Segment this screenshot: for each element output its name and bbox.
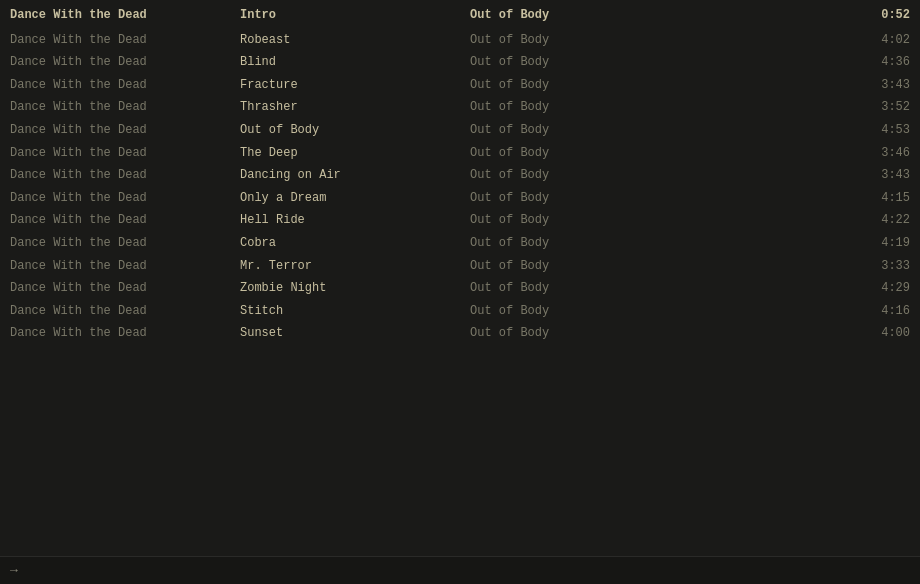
track-title: Mr. Terror	[240, 257, 470, 276]
track-album: Out of Body	[470, 166, 670, 185]
track-title: Fracture	[240, 76, 470, 95]
track-title: Hell Ride	[240, 211, 470, 230]
track-title: Stitch	[240, 302, 470, 321]
track-artist: Dance With the Dead	[10, 189, 240, 208]
track-album: Out of Body	[470, 31, 670, 50]
track-title: Cobra	[240, 234, 470, 253]
track-title: Out of Body	[240, 121, 470, 140]
track-row[interactable]: Dance With the DeadZombie NightOut of Bo…	[0, 277, 920, 300]
track-duration: 3:46	[670, 144, 910, 163]
track-artist: Dance With the Dead	[10, 121, 240, 140]
track-artist: Dance With the Dead	[10, 53, 240, 72]
track-row[interactable]: Dance With the DeadDancing on AirOut of …	[0, 164, 920, 187]
track-title: Dancing on Air	[240, 166, 470, 185]
track-title: Sunset	[240, 324, 470, 343]
track-row[interactable]: Dance With the DeadSunsetOut of Body4:00	[0, 322, 920, 345]
track-row[interactable]: Dance With the DeadFractureOut of Body3:…	[0, 74, 920, 97]
track-row[interactable]: Dance With the DeadBlindOut of Body4:36	[0, 51, 920, 74]
track-duration: 4:19	[670, 234, 910, 253]
track-duration: 4:29	[670, 279, 910, 298]
track-duration: 3:52	[670, 98, 910, 117]
track-duration: 4:16	[670, 302, 910, 321]
header-duration: 0:52	[670, 6, 910, 25]
track-title: Only a Dream	[240, 189, 470, 208]
arrow-icon: →	[10, 563, 18, 578]
track-album: Out of Body	[470, 76, 670, 95]
track-row[interactable]: Dance With the DeadCobraOut of Body4:19	[0, 232, 920, 255]
track-artist: Dance With the Dead	[10, 234, 240, 253]
track-title: Robeast	[240, 31, 470, 50]
track-duration: 3:43	[670, 166, 910, 185]
track-album: Out of Body	[470, 279, 670, 298]
track-artist: Dance With the Dead	[10, 166, 240, 185]
track-list: Dance With the Dead Intro Out of Body 0:…	[0, 0, 920, 349]
track-duration: 4:22	[670, 211, 910, 230]
track-duration: 4:02	[670, 31, 910, 50]
track-duration: 4:15	[670, 189, 910, 208]
track-duration: 4:36	[670, 53, 910, 72]
track-row[interactable]: Dance With the DeadHell RideOut of Body4…	[0, 209, 920, 232]
track-duration: 4:53	[670, 121, 910, 140]
track-artist: Dance With the Dead	[10, 324, 240, 343]
track-row[interactable]: Dance With the DeadStitchOut of Body4:16	[0, 300, 920, 323]
track-duration: 4:00	[670, 324, 910, 343]
track-album: Out of Body	[470, 121, 670, 140]
track-artist: Dance With the Dead	[10, 257, 240, 276]
track-artist: Dance With the Dead	[10, 211, 240, 230]
track-title: Blind	[240, 53, 470, 72]
track-album: Out of Body	[470, 98, 670, 117]
track-title: The Deep	[240, 144, 470, 163]
header-title: Intro	[240, 6, 470, 25]
track-album: Out of Body	[470, 234, 670, 253]
track-title: Thrasher	[240, 98, 470, 117]
track-artist: Dance With the Dead	[10, 98, 240, 117]
track-artist: Dance With the Dead	[10, 302, 240, 321]
track-album: Out of Body	[470, 211, 670, 230]
track-album: Out of Body	[470, 302, 670, 321]
track-row[interactable]: Dance With the DeadThrasherOut of Body3:…	[0, 96, 920, 119]
header-artist: Dance With the Dead	[10, 6, 240, 25]
track-header-row: Dance With the Dead Intro Out of Body 0:…	[0, 4, 920, 27]
track-album: Out of Body	[470, 53, 670, 72]
track-album: Out of Body	[470, 144, 670, 163]
bottom-bar: →	[0, 556, 920, 584]
track-row[interactable]: Dance With the DeadOut of BodyOut of Bod…	[0, 119, 920, 142]
track-duration: 3:33	[670, 257, 910, 276]
header-album: Out of Body	[470, 6, 670, 25]
track-artist: Dance With the Dead	[10, 76, 240, 95]
track-row[interactable]: Dance With the DeadRobeastOut of Body4:0…	[0, 29, 920, 52]
track-album: Out of Body	[470, 189, 670, 208]
track-album: Out of Body	[470, 324, 670, 343]
track-artist: Dance With the Dead	[10, 279, 240, 298]
track-row[interactable]: Dance With the DeadThe DeepOut of Body3:…	[0, 142, 920, 165]
track-row[interactable]: Dance With the DeadMr. TerrorOut of Body…	[0, 255, 920, 278]
track-duration: 3:43	[670, 76, 910, 95]
track-row[interactable]: Dance With the DeadOnly a DreamOut of Bo…	[0, 187, 920, 210]
track-title: Zombie Night	[240, 279, 470, 298]
track-artist: Dance With the Dead	[10, 31, 240, 50]
track-album: Out of Body	[470, 257, 670, 276]
track-artist: Dance With the Dead	[10, 144, 240, 163]
